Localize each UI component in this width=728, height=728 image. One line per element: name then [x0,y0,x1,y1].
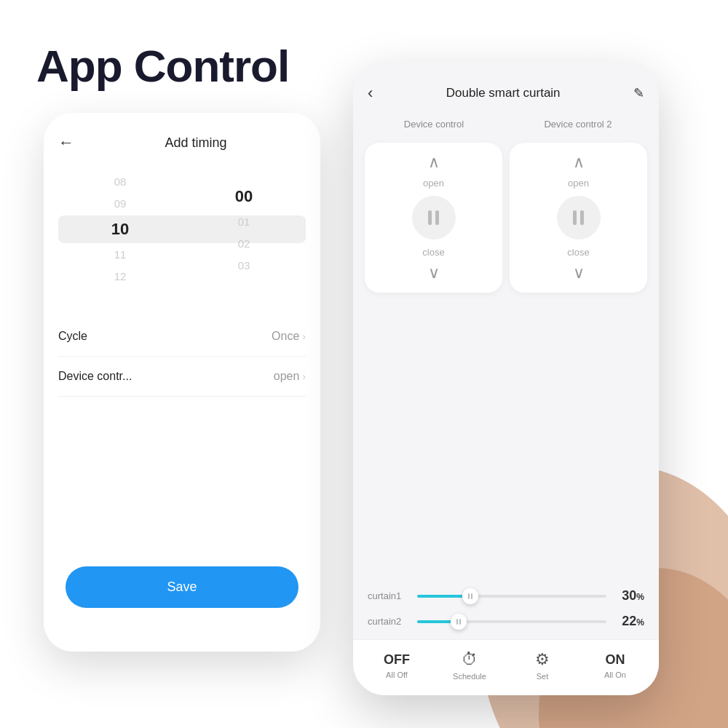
time-item: 13 [58,288,182,295]
cycle-row[interactable]: Cycle Once › [58,317,306,357]
pause-button-2[interactable] [557,196,601,240]
cycle-label: Cycle [58,330,87,343]
curtain2-track[interactable] [417,620,606,623]
curtain1-slider-row: curtain1 30% [368,588,644,604]
all-off-button[interactable]: OFF All Off [375,652,419,679]
chevron-right-icon: › [302,331,306,342]
device-label: Device contr... [58,370,132,383]
time-item: 07 [58,164,182,170]
curtain1-label: curtain1 [368,590,410,601]
up-arrow-icon-1[interactable]: ∧ [428,154,440,170]
time-item: 08 [58,172,182,192]
thumb-inner [456,619,461,625]
set-label: Set [537,672,549,681]
device-tabs: Device control Device control 2 [353,114,659,134]
pause-bar [580,210,584,225]
timing-title: Add timing [86,135,306,151]
page-title: App Control [36,40,289,92]
slider-section: curtain1 30% curtain2 [353,574,659,639]
pause-icon-1 [428,210,439,225]
back-button-right[interactable]: ‹ [368,84,373,103]
open-label-1: open [423,178,444,189]
time-item: 02 [182,234,306,254]
save-button[interactable]: Save [66,566,298,608]
thumb-bar [459,619,461,625]
thumb-bar [471,593,472,599]
control-card-2: ∧ open close ∨ [510,143,647,293]
device-control-row[interactable]: Device contr... open › [58,357,306,397]
bottom-bar: OFF All Off ⏱ Schedule ⚙ Set ON All On [353,639,659,695]
control-card-1: ∧ open close ∨ [365,143,502,293]
time-item: 01 [182,212,306,232]
timing-header: ← Add timing [44,113,320,164]
clock-icon: ⏱ [462,650,478,669]
curtain2-thumb[interactable] [451,614,467,630]
minute-column[interactable]: 00 01 02 03 [182,164,306,295]
curtain1-percent: 30% [614,588,644,604]
schedule-button[interactable]: ⏱ Schedule [448,650,491,681]
thumb-inner [468,593,472,599]
down-arrow-icon-2[interactable]: ∨ [573,265,585,281]
all-on-label: All On [604,670,626,679]
pause-bar [428,210,432,225]
time-item: 03 [182,256,306,276]
time-item-selected: 10 [58,215,182,243]
curtain2-label: curtain2 [368,616,410,627]
edit-icon[interactable]: ✎ [633,85,644,101]
tab-device-control-2[interactable]: Device control 2 [509,114,647,134]
all-on-icon: ON [606,652,625,668]
device-value: open › [274,370,306,383]
hour-column[interactable]: 07 08 09 10 11 12 13 [58,164,182,295]
pause-bar [435,210,439,225]
curtain1-thumb[interactable] [462,588,478,604]
curtain2-slider-row: curtain2 22% [368,614,644,629]
settings-section: Cycle Once › Device contr... open › [44,317,320,397]
down-arrow-icon-1[interactable]: ∨ [428,265,440,281]
control-cards: ∧ open close ∨ ∧ open [353,143,659,293]
schedule-label: Schedule [453,672,486,681]
tab-device-control-1[interactable]: Device control [365,114,503,134]
curtain2-percent: 22% [614,614,644,629]
curtain-title: Double smart curtain [446,86,561,100]
all-off-icon: OFF [384,652,410,668]
chevron-right-icon: › [302,371,306,382]
thumb-bar [468,593,470,599]
right-phone: ‹ Double smart curtain ✎ Device control … [353,62,659,695]
close-label-2: close [567,247,589,258]
open-label-2: open [568,178,589,189]
back-button[interactable]: ← [58,133,74,152]
all-on-button[interactable]: ON All On [593,652,637,679]
left-phone: ← Add timing 07 08 09 10 11 12 13 00 01 [44,113,320,652]
up-arrow-icon-2[interactable]: ∧ [573,154,585,170]
cycle-value: Once › [272,330,306,343]
curtain-header: ‹ Double smart curtain ✎ [353,62,659,114]
time-item: 12 [58,266,182,287]
time-picker[interactable]: 07 08 09 10 11 12 13 00 01 02 03 [44,164,320,295]
pause-icon-2 [573,210,584,225]
time-item: 11 [58,245,182,265]
pause-button-1[interactable] [412,196,456,240]
time-item-selected: 00 [182,183,306,210]
all-off-label: All Off [386,670,408,679]
thumb-bar [456,619,458,625]
set-button[interactable]: ⚙ Set [521,650,564,681]
time-item: 09 [58,194,182,214]
curtain1-track[interactable] [417,595,606,598]
save-button-container: Save [66,566,298,608]
pause-bar [573,210,577,225]
close-label-1: close [422,247,444,258]
gear-icon: ⚙ [535,650,550,669]
